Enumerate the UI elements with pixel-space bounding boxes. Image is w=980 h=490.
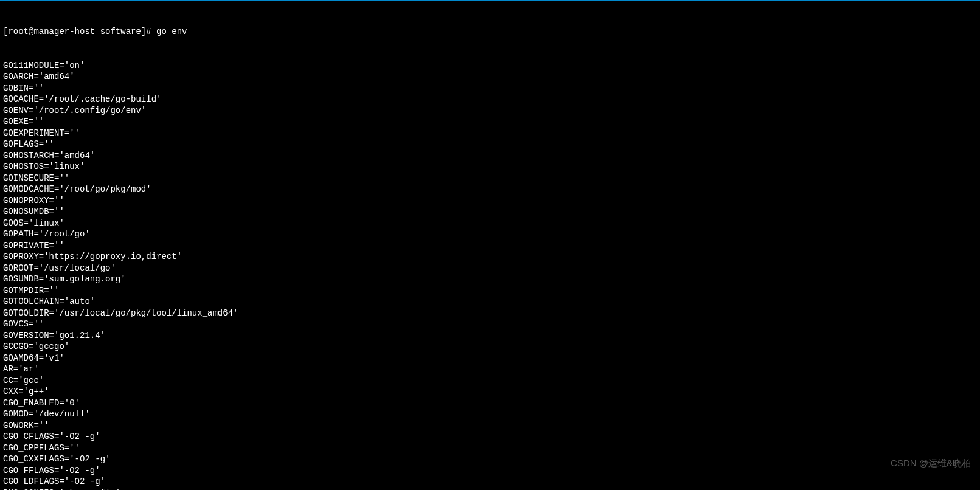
terminal-output-line: CGO_LDFLAGS='-O2 -g' [3, 476, 977, 488]
terminal-output-line: GOINSECURE='' [3, 173, 977, 184]
terminal-output-line: GOPATH='/root/go' [3, 229, 977, 240]
terminal-output-line: CGO_CPPFLAGS='' [3, 443, 977, 454]
terminal-output-line: GOAMD64='v1' [3, 353, 977, 364]
terminal-window[interactable]: [root@manager-host software]# go env GO1… [0, 0, 980, 490]
terminal-output-line: GOMODCACHE='/root/go/pkg/mod' [3, 184, 977, 195]
terminal-output-line: GCCGO='gccgo' [3, 341, 977, 353]
terminal-output-line: GOENV='/root/.config/go/env' [3, 105, 977, 117]
terminal-output-line: GOPRIVATE='' [3, 240, 977, 252]
terminal-output-line: GOWORK='' [3, 420, 977, 432]
terminal-output-line: GONOPROXY='' [3, 195, 977, 207]
terminal-output-line: GOROOT='/usr/local/go' [3, 263, 977, 274]
terminal-output-line: CC='gcc' [3, 375, 977, 387]
terminal-output-line: GOSUMDB='sum.golang.org' [3, 274, 977, 285]
terminal-output-line: GOHOSTARCH='amd64' [3, 150, 977, 162]
terminal-output-line: GOTMPDIR='' [3, 285, 977, 297]
terminal-prompt-line: [root@manager-host software]# go env [3, 26, 977, 38]
terminal-output-line: CGO_CFLAGS='-O2 -g' [3, 431, 977, 443]
terminal-output-line: GOBIN='' [3, 83, 977, 94]
terminal-output: GO111MODULE='on'GOARCH='amd64'GOBIN=''GO… [3, 60, 977, 491]
terminal-output-line: GOPROXY='https://goproxy.io,direct' [3, 251, 977, 263]
terminal-output-line: CGO_FFLAGS='-O2 -g' [3, 465, 977, 477]
terminal-output-line: CXX='g++' [3, 386, 977, 398]
terminal-output-line: GOOS='linux' [3, 218, 977, 229]
terminal-output-line: AR='ar' [3, 364, 977, 375]
terminal-output-line: GOCACHE='/root/.cache/go-build' [3, 94, 977, 105]
terminal-output-line: GOVCS='' [3, 319, 977, 330]
terminal-output-line: GOEXPERIMENT='' [3, 128, 977, 139]
terminal-output-line: GOHOSTOS='linux' [3, 161, 977, 173]
terminal-output-line: GOFLAGS='' [3, 139, 977, 150]
terminal-output-line: CGO_CXXFLAGS='-O2 -g' [3, 454, 977, 465]
terminal-output-line: GOTOOLCHAIN='auto' [3, 296, 977, 308]
terminal-output-line: GOARCH='amd64' [3, 71, 977, 83]
terminal-output-line: GONOSUMDB='' [3, 206, 977, 218]
terminal-output-line: GOTOOLDIR='/usr/local/go/pkg/tool/linux_… [3, 308, 977, 319]
terminal-output-line: GO111MODULE='on' [3, 60, 977, 72]
terminal-output-line: PKG_CONFIG='pkg-config' [3, 488, 977, 491]
terminal-output-line: CGO_ENABLED='0' [3, 398, 977, 409]
terminal-output-line: GOMOD='/dev/null' [3, 409, 977, 420]
terminal-output-line: GOEXE='' [3, 116, 977, 128]
terminal-output-line: GOVERSION='go1.21.4' [3, 330, 977, 342]
